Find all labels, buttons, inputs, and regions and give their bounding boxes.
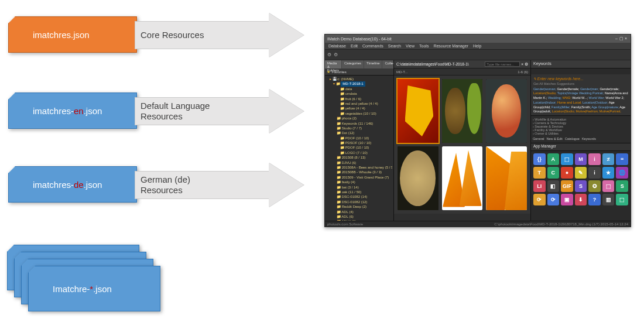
app-icon[interactable]: = bbox=[616, 153, 628, 165]
gear-icon[interactable]: ⚙ bbox=[525, 62, 528, 67]
thumbnail[interactable] bbox=[398, 146, 439, 210]
search-input[interactable] bbox=[485, 61, 520, 67]
app-icon[interactable]: LI bbox=[533, 180, 546, 192]
tree-node[interactable]: 📁 ADL (4) bbox=[326, 210, 392, 214]
menu-item[interactable]: Commands bbox=[362, 44, 383, 48]
menu-item[interactable]: View bbox=[406, 44, 415, 48]
window-controls[interactable]: –▢× bbox=[614, 36, 628, 41]
app-manager-header: App Manager bbox=[531, 143, 631, 150]
menu-item[interactable]: Search bbox=[388, 44, 401, 48]
tree-node[interactable]: 📁 Studio (7 / 7) bbox=[326, 126, 392, 131]
tab[interactable]: Collections bbox=[382, 60, 394, 68]
toolbar[interactable]: ⚙ ⚙ bbox=[325, 50, 631, 60]
maximize-icon: ▢ bbox=[619, 36, 624, 41]
tree-node[interactable]: 📁 PDOF (10 / 10) bbox=[326, 145, 392, 150]
menu-item[interactable]: Resource Manager bbox=[433, 44, 468, 48]
favorite-icon[interactable]: ★ bbox=[327, 70, 330, 74]
arrow-label-l1: German (de) bbox=[141, 174, 190, 185]
tree-node[interactable]: 📁 phoca (2) bbox=[326, 116, 392, 121]
tab[interactable]: Media & Folders bbox=[325, 60, 341, 68]
thumbnail[interactable] bbox=[442, 79, 483, 143]
app-icon[interactable]: ⟳ bbox=[547, 194, 560, 205]
tree-node[interactable]: 📁 fastly (4) bbox=[326, 180, 392, 184]
file-label: Imatchre-*.json bbox=[53, 284, 112, 294]
right-mid-panel[interactable]: › Workfile & Automation› Camera & Techno… bbox=[531, 115, 631, 143]
thumbnail[interactable] bbox=[442, 146, 483, 210]
app-icon[interactable]: ▣ bbox=[561, 194, 573, 205]
app-icon[interactable]: ⬚ bbox=[561, 153, 573, 165]
left-panel: Media & FoldersCategoriesTimelineCollect… bbox=[325, 60, 394, 221]
tree-node[interactable]: 📁 DSC-01082 (12) bbox=[326, 200, 392, 204]
app-icon[interactable]: ⬇ bbox=[575, 194, 587, 205]
tab[interactable]: Categories bbox=[342, 60, 364, 68]
app-icon[interactable]: ? bbox=[588, 194, 601, 205]
app-icon[interactable]: ✎ bbox=[575, 167, 587, 179]
tree-node[interactable]: 📁 Dot (12) bbox=[326, 131, 392, 135]
app-icon[interactable]: GIF bbox=[561, 180, 573, 192]
tab[interactable]: Timeline bbox=[364, 60, 382, 68]
tree-node[interactable]: 📁 DJVU (6) bbox=[326, 160, 392, 165]
keywords-prompt[interactable]: ✎ Enter new keywords here... bbox=[533, 76, 628, 81]
thumbnail[interactable] bbox=[398, 79, 439, 143]
tree-node[interactable]: 📁 Keywords (11 / 146) bbox=[326, 121, 392, 126]
thumbnail[interactable] bbox=[486, 146, 527, 210]
menu-item[interactable]: Edit bbox=[351, 44, 358, 48]
app-icon[interactable]: ◧ bbox=[547, 180, 560, 192]
gear-icon[interactable]: ⚙ bbox=[327, 52, 331, 57]
app-icon[interactable]: ≠ bbox=[602, 153, 615, 165]
app-icon[interactable]: ★ bbox=[602, 167, 615, 179]
tree-node[interactable]: 📁 LOGO (7 / 10) bbox=[326, 150, 392, 155]
tree-selected[interactable]: MD-T-2018-1 bbox=[341, 81, 365, 86]
titlebar[interactable]: IMatch Demo Database(10) - 64-bit –▢× bbox=[325, 35, 631, 43]
menu-item[interactable]: Database bbox=[328, 44, 346, 48]
app-icon[interactable]: ⟳ bbox=[533, 194, 546, 205]
app-icon[interactable]: C bbox=[547, 167, 560, 179]
tree-node[interactable]: 📁 ADL (6) bbox=[326, 214, 392, 219]
tree-node[interactable]: 📁 data bbox=[326, 87, 392, 91]
menubar[interactable]: DatabaseEditCommandsSearchViewToolsResou… bbox=[325, 43, 631, 50]
tree-node[interactable]: 📁 ADLX (6) bbox=[326, 219, 392, 221]
app-icon[interactable]: i bbox=[588, 167, 601, 179]
close-icon[interactable]: × bbox=[521, 62, 523, 66]
tree-node[interactable]: 📁 DSC-01082 (14) bbox=[326, 194, 392, 199]
app-icon[interactable]: ● bbox=[561, 167, 573, 179]
tree-node[interactable]: 📁 red and yellow (4 / 4) bbox=[326, 101, 392, 106]
menu-item[interactable]: Tools bbox=[419, 44, 429, 48]
tree-node[interactable]: 📁 fruit (6 / 6) bbox=[326, 97, 392, 101]
app-icon[interactable]: 🌐 bbox=[616, 167, 628, 179]
app-icon[interactable]: M bbox=[575, 153, 587, 165]
thumbnail-grid[interactable] bbox=[394, 76, 530, 214]
app-icon[interactable]: i bbox=[588, 153, 601, 165]
tree-node[interactable]: 📁 201509 - Visit Grand Place (7) bbox=[326, 175, 392, 180]
gear-icon[interactable]: ⚙ bbox=[334, 52, 338, 57]
tree-node[interactable]: 📁 yellow (4 / 4) bbox=[326, 106, 392, 111]
left-tabs[interactable]: Media & FoldersCategoriesTimelineCollect… bbox=[325, 60, 393, 68]
tree-node[interactable]: 📁 201508 (8 / 13) bbox=[326, 155, 392, 160]
tree-node[interactable]: 📁 PDOF (10 / 10) bbox=[326, 136, 392, 140]
tree-node[interactable]: 📁 Reddit Deep (2) bbox=[326, 204, 392, 209]
folder-tree[interactable]: ▸ 💾 c: (NVME) ▾ 📁 MD-T-2018-1 📁 data📁 um… bbox=[325, 76, 393, 221]
app-icon[interactable]: ⬚ bbox=[616, 194, 628, 205]
app-icon[interactable]: ▥ bbox=[602, 194, 615, 205]
menu-item[interactable]: Help bbox=[473, 44, 481, 48]
app-icon[interactable]: ✪ bbox=[588, 180, 601, 192]
tree-node[interactable]: 📁 201508A - Bees and honey (5 / 5) bbox=[326, 165, 392, 170]
tree-node[interactable]: 📁 vegetables (10 / 10) bbox=[326, 111, 392, 116]
tree-node[interactable]: 📁 umdata bbox=[326, 91, 392, 96]
tree-node[interactable]: 📁 PDSOF (10 / 10) bbox=[326, 140, 392, 145]
tree-node[interactable]: 📁 oak (11 / 50) bbox=[326, 190, 392, 194]
keywords-panel[interactable]: ✎ Enter new keywords here... Get All Mat… bbox=[531, 74, 631, 115]
tree-node[interactable]: 📁 bat (3 / 14) bbox=[326, 185, 392, 190]
file-default-lang: imatchres-en.json bbox=[8, 92, 137, 129]
app-icon-grid[interactable]: {}A⬚Mi≠=TC●✎i★🌐LI◧GIFS✪⬚S⟳⟳▣⬇?▥⬚ bbox=[531, 150, 631, 221]
thumbnail[interactable] bbox=[486, 79, 527, 143]
app-icon[interactable]: S bbox=[616, 180, 628, 192]
app-icon[interactable]: S bbox=[575, 180, 587, 192]
path-bar[interactable]: C:\data\imdata\images\Food\MD-T-2018-1\ … bbox=[394, 60, 530, 68]
app-icon[interactable]: A bbox=[547, 153, 560, 165]
minimize-icon: – bbox=[614, 36, 619, 40]
app-icon[interactable]: ⬚ bbox=[602, 180, 615, 192]
tree-node[interactable]: 📁 201508B - Whoolie (3 / 3) bbox=[326, 170, 392, 174]
app-icon[interactable]: T bbox=[533, 167, 546, 179]
app-icon[interactable]: {} bbox=[533, 153, 546, 165]
